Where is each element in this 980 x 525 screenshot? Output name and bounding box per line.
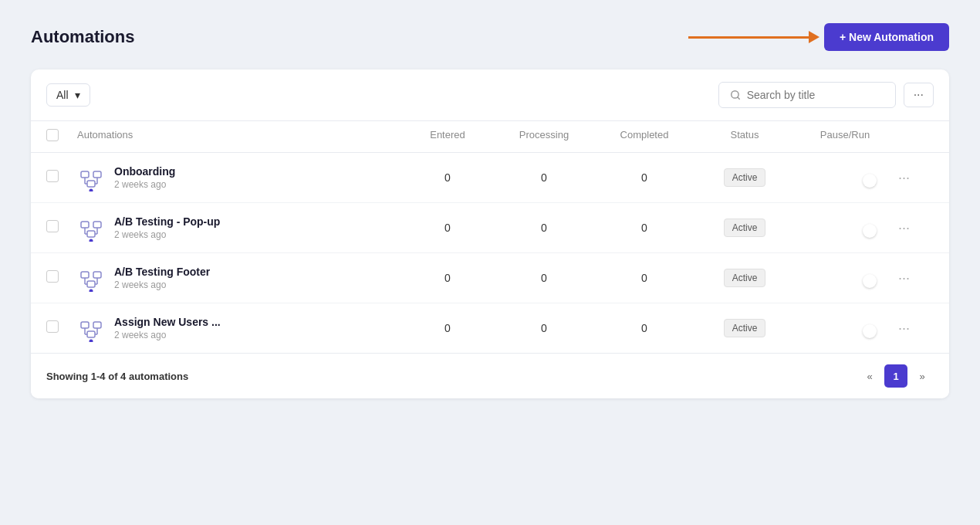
- svg-point-25: [90, 290, 93, 293]
- toggle-thumb: [863, 174, 877, 188]
- svg-line-1: [737, 97, 739, 100]
- automation-details: Assign New Users ... 2 weeks ago: [114, 316, 221, 340]
- row-menu-button[interactable]: ···: [895, 317, 913, 340]
- page-title: Automations: [31, 27, 134, 47]
- status-badge: Active: [724, 218, 766, 237]
- row-menu-button[interactable]: ···: [895, 167, 913, 189]
- new-automation-button[interactable]: + New Automation: [824, 23, 949, 51]
- col-automations: Automations: [77, 129, 401, 144]
- completed-value: 0: [594, 272, 694, 284]
- entered-value: 0: [401, 171, 494, 184]
- automation-name: Assign New Users ...: [114, 316, 221, 328]
- automation-icon: [77, 264, 105, 292]
- page-1-button[interactable]: 1: [884, 364, 907, 388]
- svg-point-9: [90, 189, 93, 192]
- processing-value: 0: [494, 171, 594, 184]
- select-all-checkbox[interactable]: [46, 129, 59, 141]
- header-actions: + New Automation: [688, 23, 949, 51]
- col-entered: Entered: [401, 129, 494, 144]
- svg-rect-12: [87, 231, 95, 237]
- row-menu-cell: ···: [895, 217, 934, 239]
- row-checkbox-cell: [46, 220, 77, 235]
- toggle-cell: [795, 322, 895, 334]
- toggle-thumb: [863, 274, 877, 288]
- select-all-cell: [46, 129, 77, 144]
- svg-rect-10: [81, 222, 89, 228]
- svg-rect-3: [93, 171, 101, 178]
- automation-info: Onboarding 2 weeks ago: [77, 164, 401, 191]
- status-badge: Active: [724, 168, 766, 187]
- row-menu-cell: ···: [895, 317, 934, 340]
- automation-details: A/B Testing - Pop-up 2 weeks ago: [114, 215, 220, 240]
- row-menu-button[interactable]: ···: [895, 267, 913, 290]
- automation-icon: [77, 214, 105, 242]
- search-box: [718, 82, 896, 108]
- automation-name: A/B Testing Footer: [114, 266, 210, 278]
- svg-rect-18: [81, 272, 89, 278]
- page-header: Automations + New Automation: [31, 23, 949, 51]
- automation-details: Onboarding 2 weeks ago: [114, 165, 175, 190]
- toggle-cell: [795, 171, 895, 184]
- status-cell: Active: [694, 168, 795, 187]
- completed-value: 0: [594, 322, 694, 334]
- search-icon: [730, 90, 741, 100]
- svg-rect-11: [93, 222, 101, 228]
- row-checkbox[interactable]: [46, 320, 59, 333]
- entered-value: 0: [401, 322, 494, 334]
- svg-rect-27: [93, 322, 101, 328]
- filter-dropdown[interactable]: All ▾: [46, 83, 90, 107]
- automation-details: A/B Testing Footer 2 weeks ago: [114, 266, 210, 290]
- col-pause-run: Pause/Run: [795, 129, 895, 144]
- completed-value: 0: [594, 171, 694, 184]
- automation-name: Onboarding: [114, 165, 175, 178]
- row-menu-cell: ···: [895, 167, 934, 189]
- chevron-down-icon: ▾: [75, 89, 80, 101]
- completed-value: 0: [594, 222, 694, 234]
- processing-value: 0: [494, 272, 594, 284]
- toggle-thumb: [863, 224, 877, 238]
- showing-text: Showing 1-4 of 4 automations: [46, 371, 188, 382]
- entered-value: 0: [401, 222, 494, 234]
- first-page-button[interactable]: «: [858, 364, 881, 388]
- automation-icon: [77, 314, 105, 342]
- status-badge: Active: [724, 319, 766, 337]
- row-checkbox[interactable]: [46, 220, 59, 232]
- table-row: Assign New Users ... 2 weeks ago 0 0 0 A…: [31, 303, 949, 353]
- toolbar-right: ···: [718, 82, 934, 108]
- row-checkbox-cell: [46, 170, 77, 185]
- last-page-button[interactable]: »: [911, 364, 934, 388]
- svg-rect-20: [87, 281, 95, 287]
- table-row: Onboarding 2 weeks ago 0 0 0 Active ···: [31, 153, 949, 203]
- automation-name: A/B Testing - Pop-up: [114, 215, 220, 228]
- row-checkbox-cell: [46, 320, 77, 336]
- row-checkbox[interactable]: [46, 170, 59, 182]
- automation-time: 2 weeks ago: [114, 179, 175, 190]
- filter-value: All: [56, 89, 69, 101]
- entered-value: 0: [401, 272, 494, 284]
- svg-rect-2: [81, 171, 89, 178]
- table-row: A/B Testing - Pop-up 2 weeks ago 0 0 0 A…: [31, 203, 949, 253]
- row-checkbox[interactable]: [46, 270, 59, 283]
- toggle-cell: [795, 222, 895, 234]
- status-badge: Active: [724, 269, 766, 287]
- svg-rect-28: [87, 331, 95, 337]
- automation-info: A/B Testing Footer 2 weeks ago: [77, 264, 401, 292]
- automation-time: 2 weeks ago: [114, 279, 210, 290]
- arrow-indicator: [688, 36, 812, 39]
- col-completed: Completed: [594, 129, 694, 144]
- automation-time: 2 weeks ago: [114, 330, 221, 340]
- processing-value: 0: [494, 222, 594, 234]
- col-status: Status: [694, 129, 795, 144]
- automation-icon: [77, 164, 105, 191]
- status-cell: Active: [694, 319, 795, 337]
- row-menu-cell: ···: [895, 267, 934, 290]
- more-options-button[interactable]: ···: [904, 83, 934, 107]
- row-checkbox-cell: [46, 270, 77, 286]
- processing-value: 0: [494, 322, 594, 334]
- svg-rect-26: [81, 322, 89, 328]
- search-input[interactable]: [747, 89, 884, 101]
- svg-rect-4: [87, 181, 95, 187]
- automation-info: Assign New Users ... 2 weeks ago: [77, 314, 401, 342]
- row-menu-button[interactable]: ···: [895, 217, 913, 239]
- toggle-thumb: [863, 324, 877, 338]
